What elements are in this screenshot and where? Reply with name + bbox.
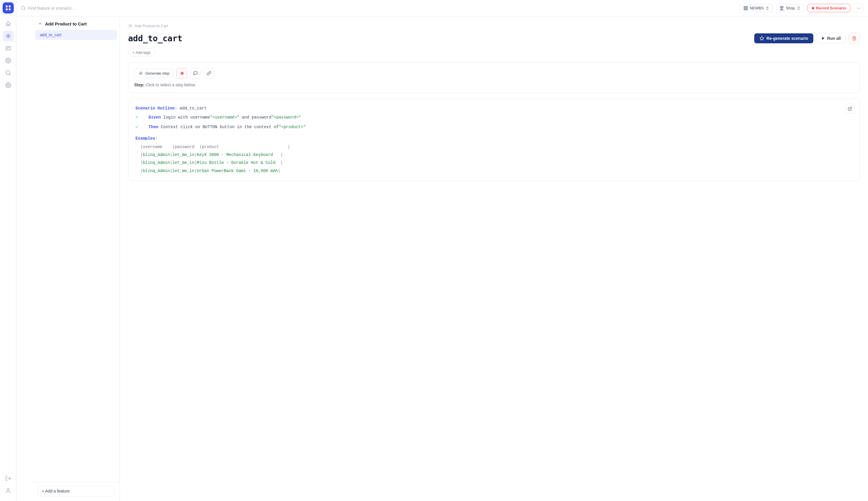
given-username: "<username>" xyxy=(210,114,240,121)
row2-sep1: | xyxy=(170,159,172,167)
chat-tool-button[interactable] xyxy=(190,68,201,78)
scenario-title: add_to_cart xyxy=(128,34,182,43)
given-check-icon: ✓ xyxy=(135,113,138,122)
code-then-row: ✓ Then Context click on BUTTON button in… xyxy=(135,123,853,131)
examples-colon: : xyxy=(155,135,157,142)
given-keyword: Given xyxy=(149,114,161,121)
icon-bar xyxy=(0,0,17,501)
record-tool-button[interactable] xyxy=(177,68,187,78)
svg-rect-2 xyxy=(6,9,7,10)
link-tool-button[interactable] xyxy=(204,68,214,78)
then-keyword: Then xyxy=(149,124,158,131)
settings-icon-btn[interactable] xyxy=(3,55,14,66)
row2-username: blinq_Admin xyxy=(143,159,169,167)
more-options-button[interactable]: ··· xyxy=(854,3,863,13)
pencil-icon xyxy=(848,107,852,111)
app-logo[interactable] xyxy=(3,2,14,13)
row1-password: let_me_in xyxy=(172,151,195,159)
list-icon-btn[interactable] xyxy=(3,43,14,54)
row3-username: blinq_Admin xyxy=(143,167,169,175)
record-dot xyxy=(812,7,814,9)
generate-step-button[interactable]: Generate step xyxy=(134,69,174,78)
row2-sep3: | xyxy=(275,159,283,167)
col-sep3: | xyxy=(219,143,290,151)
search-icon-btn[interactable] xyxy=(3,67,14,78)
delete-button[interactable] xyxy=(849,33,860,44)
home-icon-btn[interactable] xyxy=(3,18,14,29)
sidebar-header: Add Product to Cart xyxy=(33,17,120,30)
record-tool-icon xyxy=(180,71,184,75)
record-scenario-button[interactable]: Record Scenario xyxy=(807,4,850,12)
add-tags-button[interactable]: + Add tags xyxy=(128,49,155,56)
svg-point-14 xyxy=(140,73,142,74)
add-feature-button[interactable]: + Add a feature xyxy=(37,486,115,496)
ai-icon xyxy=(759,36,764,41)
svg-rect-3 xyxy=(9,9,10,10)
svg-point-4 xyxy=(7,35,9,37)
svg-rect-11 xyxy=(744,9,746,10)
col-sep2: | xyxy=(195,143,202,151)
sidebar: Add Product to Cart add_to_cart + Add a … xyxy=(33,17,120,501)
regenerate-label: Re-generate scenario xyxy=(767,36,808,41)
row1-sep1: | xyxy=(170,151,172,159)
row1-sep2: | xyxy=(195,151,197,159)
code-table-row-2: | blinq_Admin | let_me_in | Mizu Bottle … xyxy=(135,159,853,167)
svg-rect-0 xyxy=(6,6,7,7)
code-table-header-row: | username | password | product | xyxy=(135,143,853,151)
run-all-button[interactable]: Run all xyxy=(816,33,846,43)
content-area: Add Product to Cart add_to_cart Re-gener… xyxy=(120,17,868,501)
row3-sep2: | xyxy=(195,167,197,175)
link-icon xyxy=(207,71,211,75)
code-table-row-1: | blinq_Admin | let_me_in | KeyX 3000 - … xyxy=(135,151,853,159)
content-header: add_to_cart Re-generate scenario Run all xyxy=(128,33,860,44)
search-placeholder: Find feature or scenario... xyxy=(28,6,75,11)
sidebar-item-label: add_to_cart xyxy=(40,32,62,37)
features-icon-btn[interactable] xyxy=(3,30,14,42)
given-and: and password xyxy=(240,114,271,121)
tags-row: + Add tags xyxy=(128,49,860,56)
shop-icon xyxy=(779,6,784,11)
svg-point-8 xyxy=(22,7,25,10)
given-password: "<password>" xyxy=(271,114,301,121)
code-examples-row: Examples : xyxy=(135,135,853,142)
project-selector[interactable]: NEWBS xyxy=(740,4,773,12)
edit-code-button[interactable] xyxy=(845,104,855,114)
breadcrumb: Add Product to Cart xyxy=(128,23,860,28)
table-header: | xyxy=(140,143,143,151)
svg-rect-12 xyxy=(746,9,747,10)
shop-selector[interactable]: Shop xyxy=(776,4,804,12)
trash-icon xyxy=(852,36,857,41)
row1-username: blinq_Admin xyxy=(143,151,169,159)
row2-sep2: | xyxy=(195,159,197,167)
col-product: product xyxy=(202,143,219,151)
regenerate-button[interactable]: Re-generate scenario xyxy=(754,33,813,43)
add-feature-label: + Add a feature xyxy=(42,489,69,493)
gear-icon-btn[interactable] xyxy=(3,79,14,91)
step-hint-text: Click to select a step below xyxy=(146,83,195,87)
search-box[interactable]: Find feature or scenario... xyxy=(21,6,736,11)
row1-product: KeyX 3000 - Mechanical Keyboard xyxy=(197,151,273,159)
generate-step-icon xyxy=(139,71,143,75)
shop-chevron-icon xyxy=(796,6,801,10)
chevron-up-icon xyxy=(37,21,43,26)
examples-keyword: Examples xyxy=(135,135,155,142)
row3-password: let_me_in xyxy=(172,167,195,175)
code-block: Scenario Outline : add_to_cart ✓ Given l… xyxy=(128,99,860,181)
sidebar-item-add-to-cart[interactable]: add_to_cart xyxy=(35,30,117,40)
row1-sep0: | xyxy=(140,151,143,159)
user-icon-btn[interactable] xyxy=(3,485,14,496)
breadcrumb-text: Add Product to Cart xyxy=(134,24,168,28)
breadcrumb-icon xyxy=(128,23,133,28)
svg-point-16 xyxy=(181,73,183,74)
logout-icon-btn[interactable] xyxy=(3,473,14,484)
row2-sep0: | xyxy=(140,159,143,167)
svg-rect-10 xyxy=(746,7,747,8)
svg-rect-9 xyxy=(744,7,746,8)
col-username: username xyxy=(143,143,162,151)
row2-product: Mizu Bottle - Durable Hot & Cold xyxy=(197,159,275,167)
row1-sep3: | xyxy=(273,151,283,159)
code-table-row-3: | blinq_Admin | let_me_in | Urban PowerB… xyxy=(135,167,853,175)
step-tools: Generate step xyxy=(134,68,854,78)
code-given-row: ✓ Given login with username "<username>"… xyxy=(135,113,853,122)
project-name: NEWBS xyxy=(750,6,764,10)
